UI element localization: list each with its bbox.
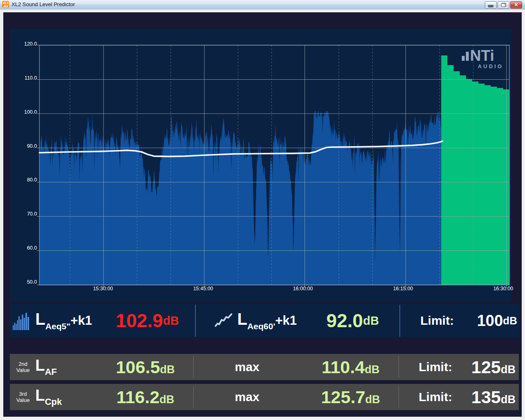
legend-average-label: LAeq60'+k1 xyxy=(237,310,297,331)
row-current-value: 106.5dB xyxy=(108,354,182,380)
row-limit-label: Limit: xyxy=(419,354,452,380)
window-title: XL2 Sound Level Predictor xyxy=(11,1,75,7)
row-limit-value: 125dB xyxy=(471,354,516,380)
row-divider xyxy=(399,386,399,408)
row-divider xyxy=(193,386,194,408)
xl2-app-icon: XL2 xyxy=(2,1,9,8)
legend-average-value: 92.0dB xyxy=(318,304,387,337)
row-limit-value: 135dB xyxy=(471,384,516,410)
row-tag: 3rdValue xyxy=(14,384,32,410)
restore-icon xyxy=(501,3,506,7)
legend-primary: LAeq5"+k1 xyxy=(12,304,92,337)
window-titlebar: XL2 XL2 Sound Level Predictor ✕ xyxy=(0,0,525,9)
app-window: XL2 XL2 Sound Level Predictor ✕ NTi AUDI… xyxy=(0,0,525,420)
legend-limit-label: Limit: xyxy=(420,304,454,337)
histogram-icon xyxy=(12,311,30,330)
legend-bar: LAeq5"+k1 102.9dB LAeq60'+k1 92.0dB xyxy=(10,304,520,337)
row-limit-label: Limit: xyxy=(419,384,452,410)
legend-divider xyxy=(195,305,196,337)
third-value-row: 3rdValue LCpk 116.2dB max 125.7dB Limit:… xyxy=(10,384,519,410)
restore-button[interactable] xyxy=(497,1,509,9)
sound-level-chart-panel: NTi AUDIO xyxy=(10,29,511,302)
minimize-button[interactable] xyxy=(485,1,497,9)
row-max-value: 110.4dB xyxy=(309,354,392,380)
level-history-chart xyxy=(36,41,513,289)
app-canvas: NTi AUDIO 120.0110.0100.090.080.070.060.… xyxy=(3,12,522,417)
close-icon: ✕ xyxy=(514,2,518,7)
legend-primary-label: LAeq5"+k1 xyxy=(35,310,92,331)
row-metric-label: LAF xyxy=(35,354,57,380)
level-history-area xyxy=(39,111,441,285)
row-max-value: 125.7dB xyxy=(309,384,392,410)
max-label: max xyxy=(235,384,259,410)
row-metric-label: LCpk xyxy=(35,384,62,410)
trend-line-icon xyxy=(214,312,233,329)
second-value-row: 2ndValue LAF 106.5dB max 110.4dB Limit: … xyxy=(10,354,519,380)
row-current-value: 116.2dB xyxy=(108,384,182,410)
row-divider xyxy=(399,356,399,378)
legend-limit-value: 100dB xyxy=(477,304,517,337)
max-label: max xyxy=(235,354,259,380)
minimize-icon xyxy=(488,5,493,7)
legend-primary-value: 102.9dB xyxy=(112,304,182,337)
close-button[interactable]: ✕ xyxy=(510,1,522,9)
legend-average: LAeq60'+k1 xyxy=(214,304,297,337)
row-tag: 2ndValue xyxy=(14,354,32,380)
legend-divider xyxy=(399,305,400,337)
row-divider xyxy=(193,356,194,378)
